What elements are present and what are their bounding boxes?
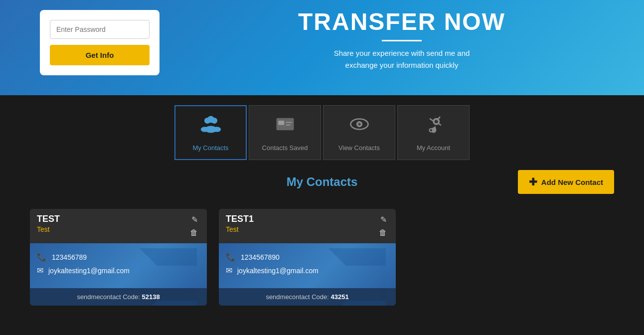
svg-point-5 xyxy=(213,127,221,132)
plus-icon: ✚ xyxy=(529,176,537,188)
card-icon xyxy=(275,114,296,139)
svg-rect-7 xyxy=(278,121,284,125)
svg-point-12 xyxy=(358,123,360,125)
get-info-button[interactable]: Get Info xyxy=(50,45,150,65)
svg-point-2 xyxy=(207,116,214,123)
card-type-1: Test xyxy=(226,225,254,233)
email-row-1: ✉ joykaltesting1@gmail.com xyxy=(226,266,389,275)
contact-card: TEST Test ✎ 🗑 📞 123456789 ✉ joykaltestin… xyxy=(30,209,207,306)
phone-row-1: 📞 1234567890 xyxy=(226,252,389,262)
delete-button-0[interactable]: 🗑 xyxy=(188,227,200,238)
svg-point-4 xyxy=(200,127,208,132)
phone-icon-0: 📞 xyxy=(37,252,47,262)
tab-my-account-label: My Account xyxy=(417,144,450,152)
content-title: My Contacts xyxy=(225,175,420,189)
card-body-1: 📞 1234567890 ✉ joykaltesting1@gmail.com xyxy=(219,243,396,288)
card-header-1: TEST1 Test ✎ 🗑 xyxy=(219,209,396,243)
tab-my-contacts[interactable]: My Contacts xyxy=(174,105,247,160)
card-header-0: TEST Test ✎ 🗑 xyxy=(30,209,207,243)
gear-icon xyxy=(423,114,444,139)
card-name-1: TEST1 xyxy=(226,214,254,224)
nav-section: My Contacts Contacts Saved View Contacts xyxy=(0,95,644,160)
phone-icon-1: 📞 xyxy=(226,252,236,262)
tab-my-contacts-label: My Contacts xyxy=(192,144,228,152)
content-section: My Contacts ✚ Add New Contact TEST Test … xyxy=(0,160,644,326)
people-icon xyxy=(200,114,221,139)
hero-text: TRANSFER NOW Share your experience with … xyxy=(160,10,644,71)
svg-point-16 xyxy=(430,129,432,131)
hero-subtitle: Share your experience with send me andex… xyxy=(160,47,644,71)
contact-card: TEST1 Test ✎ 🗑 📞 1234567890 ✉ joykaltest… xyxy=(219,209,396,306)
email-icon-0: ✉ xyxy=(37,266,43,275)
email-row-0: ✉ joykaltesting1@gmail.com xyxy=(37,266,200,275)
phone-row-0: 📞 123456789 xyxy=(37,252,200,262)
eye-icon xyxy=(349,114,370,139)
edit-button-0[interactable]: ✎ xyxy=(189,214,200,225)
tab-view-contacts[interactable]: View Contacts xyxy=(323,105,395,160)
hero-section: Get Info TRANSFER NOW Share your experie… xyxy=(0,0,644,95)
card-type-0: Test xyxy=(37,225,60,233)
tab-contacts-saved-label: Contacts Saved xyxy=(262,144,308,152)
hero-title: TRANSFER NOW xyxy=(160,10,644,34)
tab-view-contacts-label: View Contacts xyxy=(338,144,380,152)
sendme-label-0: sendmecontact Code: xyxy=(77,293,140,301)
delete-button-1[interactable]: 🗑 xyxy=(377,227,389,238)
email-value-1: joykaltesting1@gmail.com xyxy=(237,267,319,275)
edit-button-1[interactable]: ✎ xyxy=(378,214,389,225)
card-name-0: TEST xyxy=(37,214,60,224)
add-new-contact-button[interactable]: ✚ Add New Contact xyxy=(518,170,614,194)
phone-value-1: 1234567890 xyxy=(241,253,280,261)
tab-contacts-saved[interactable]: Contacts Saved xyxy=(249,105,321,160)
password-card: Get Info xyxy=(40,10,160,75)
email-icon-1: ✉ xyxy=(226,266,232,275)
card-body-0: 📞 123456789 ✉ joykaltesting1@gmail.com xyxy=(30,243,207,288)
hero-divider xyxy=(382,40,422,41)
contacts-grid: TEST Test ✎ 🗑 📞 123456789 ✉ joykaltestin… xyxy=(30,209,614,306)
tab-my-account[interactable]: My Account xyxy=(397,105,470,160)
email-value-0: joykaltesting1@gmail.com xyxy=(48,267,130,275)
content-header: My Contacts ✚ Add New Contact xyxy=(30,170,614,194)
phone-value-0: 123456789 xyxy=(52,253,87,261)
sendme-label-1: sendmecontact Code: xyxy=(266,293,328,301)
password-input[interactable] xyxy=(50,20,150,39)
